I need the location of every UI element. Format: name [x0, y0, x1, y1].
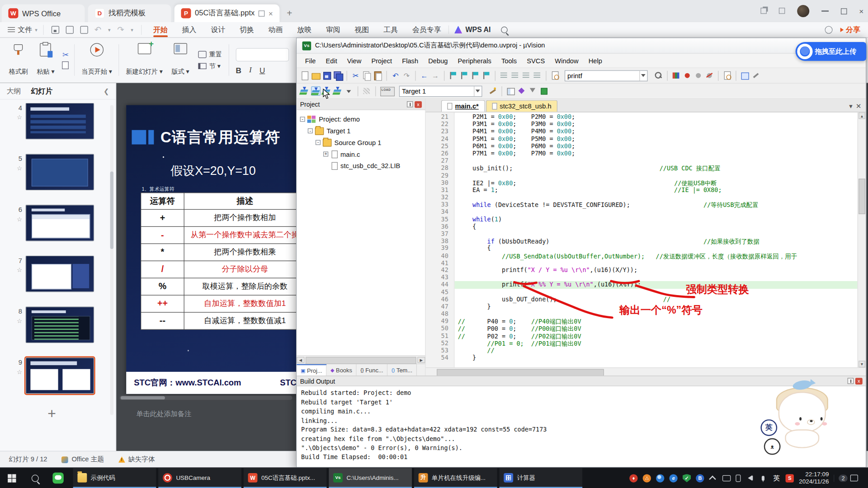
print-icon[interactable] [66, 26, 73, 33]
target-select[interactable] [399, 85, 482, 96]
slide-thumbnail-row[interactable]: 4☆ [5, 103, 108, 140]
copy-icon[interactable] [62, 61, 69, 69]
avatar[interactable] [797, 5, 809, 17]
breakpoint-gray-icon[interactable] [693, 71, 703, 80]
tab-close-icon[interactable]: ✕ [856, 103, 861, 110]
code-line[interactable]: //P01 = 0; //P01端口输出0V [454, 340, 857, 347]
redo-icon[interactable]: ↷ [402, 71, 411, 80]
lookup-icon[interactable] [654, 71, 663, 80]
window-split-icon[interactable] [506, 86, 515, 96]
wps-window-tab[interactable]: D找稻壳模板 [88, 5, 171, 22]
cube-icon[interactable] [539, 86, 549, 96]
wps-ai-menu[interactable]: WPS AI [448, 25, 496, 33]
indent-more-icon[interactable] [510, 71, 520, 80]
tree-item[interactable]: -Target 1 [298, 125, 424, 137]
tray-paw-icon[interactable]: ∴ [643, 474, 651, 482]
code-line[interactable]: // P02 = 0; //P02端口输出0V [454, 332, 857, 339]
open-folder-icon[interactable] [311, 71, 321, 80]
diamond-icon[interactable] [517, 86, 527, 96]
tree-expander[interactable]: - [300, 117, 305, 122]
project-hscrollbar[interactable]: ◀ ▶ [297, 355, 425, 363]
books-icon[interactable] [671, 71, 681, 80]
breakpoint-red-icon[interactable] [683, 71, 692, 80]
cut-icon[interactable]: ✂ [351, 71, 360, 80]
slide-thumbnail[interactable] [25, 357, 94, 394]
panel-tab-Func[interactable]: {}Func... [357, 364, 388, 376]
play-from-current-button[interactable]: 当页开始 ▾ [77, 41, 117, 79]
code-line[interactable]: // P40 = 0; //P40端口输出0V [454, 318, 857, 325]
code-line[interactable]: // [454, 347, 857, 354]
slide-thumbnail[interactable] [25, 256, 94, 292]
caret-icon[interactable] [344, 86, 354, 96]
wps-menu-视图[interactable]: 视图 [348, 22, 377, 37]
wrench-icon[interactable] [751, 71, 761, 80]
editor-hscrollbar[interactable] [426, 367, 866, 375]
comment-icon[interactable] [521, 71, 531, 80]
slide-thumbnail[interactable] [25, 205, 94, 241]
code-line[interactable]: if (bUsbOutReady) //如果接收到了数据 [454, 238, 857, 245]
wps-menu-工具[interactable]: 工具 [376, 22, 405, 37]
slide-thumbnail-row[interactable]: 8☆ [5, 306, 108, 343]
add-slide-button[interactable]: + [47, 405, 56, 422]
batch-build-icon[interactable] [333, 86, 343, 96]
slide-thumbnail[interactable] [25, 306, 94, 343]
vscroll-thumb[interactable] [859, 179, 865, 214]
tab-list-dropdown-icon[interactable]: ▾ [849, 103, 852, 110]
undo-icon[interactable]: ↶ [391, 71, 400, 80]
code-line[interactable]: usb_init(); //USB CDC 接口配置 [454, 164, 857, 172]
panel-tab-Tem[interactable]: ()Tem... [387, 364, 416, 376]
taskbar-app-uvision[interactable]: VsC:\Users\Adminis... [329, 468, 412, 488]
tray-browser-e-icon[interactable]: e [670, 474, 678, 482]
tray-shield-icon[interactable]: ✓ [683, 474, 691, 482]
new-tab-button[interactable]: + [287, 8, 292, 19]
taskbar-app-camera[interactable]: USBCamera [158, 468, 241, 488]
code-line[interactable]: printf("X / Y = %u \r\n",(u16)(X/Y)); [454, 267, 857, 274]
uv-menu-window[interactable]: Window [550, 55, 583, 67]
missing-font-warning[interactable]: 缺失字体 [118, 455, 155, 465]
code-line[interactable]: usb_OUT_done(); // [454, 296, 857, 303]
tab-outline[interactable]: 大纲 [7, 86, 21, 96]
upload-cloud-icon[interactable] [825, 26, 832, 33]
code-line[interactable]: printf("X %% Y = %u \r\n",(u16)(X%Y)); [454, 281, 857, 288]
close-button[interactable]: × [859, 7, 863, 15]
wps-menu-审阅[interactable]: 审阅 [319, 22, 348, 37]
find-input[interactable] [565, 72, 639, 80]
editor-tab[interactable]: stc32_stc8_usb.h [486, 100, 557, 112]
tray-bluetooth-icon[interactable]: B [696, 474, 704, 482]
tree-item[interactable]: -Source Group 1 [298, 136, 424, 148]
breakpoint-kill-icon[interactable] [705, 71, 714, 80]
wps-menu-动画[interactable]: 动画 [261, 22, 290, 37]
ime-indicator[interactable]: S [786, 474, 794, 482]
taskbar-search-button[interactable] [23, 468, 46, 488]
indent-less-icon[interactable] [499, 71, 509, 80]
wps-menu-切换[interactable]: 切换 [232, 22, 261, 37]
uv-menu-flash[interactable]: Flash [397, 55, 423, 67]
code-line[interactable]: P6M1 = 0x00; P6M0 = 0x00; [454, 143, 857, 150]
code-line[interactable]: EA = 1; //IE |= 0X80; [454, 187, 857, 194]
uv-build-lines[interactable]: Rebuild started: Project: demoRebuild ta… [297, 386, 866, 467]
font-name-box[interactable] [236, 48, 289, 61]
window-manage-icon[interactable] [760, 6, 766, 16]
code-line[interactable] [454, 208, 857, 216]
theme-indicator[interactable]: Office 主题 [61, 455, 104, 465]
code-line[interactable]: while(1) [454, 216, 857, 223]
tree-expander[interactable]: - [316, 140, 321, 145]
slide-canvas[interactable]: C语言常用运算符 假设X=20,Y=10 1、算术运算符 运算符 描述 +把两个… [126, 105, 296, 394]
app-box-icon[interactable] [779, 6, 785, 16]
tab-sidebar-icon[interactable] [259, 10, 264, 16]
uv-menu-edit[interactable]: Edit [321, 55, 342, 67]
notification-center[interactable]: 2 [834, 474, 863, 482]
tree-item[interactable]: +main.c [298, 148, 424, 160]
uv-menu-project[interactable]: Project [366, 55, 397, 67]
underline-button[interactable]: U [259, 66, 265, 75]
code-line[interactable] [454, 274, 857, 281]
build-icon[interactable] [311, 86, 321, 96]
flag-icon[interactable] [448, 71, 458, 80]
slide-thumbnail-row[interactable]: 5☆ [5, 154, 108, 190]
close-panel-icon[interactable]: x [415, 101, 422, 108]
slide-thumbnail-row[interactable]: 7☆ [5, 256, 108, 292]
code-line[interactable] [454, 289, 857, 296]
tray-mic-icon[interactable] [759, 474, 767, 482]
reset-button[interactable]: 重置 [198, 50, 222, 58]
notes-placeholder[interactable]: 单击此处添加备注 [136, 409, 191, 419]
